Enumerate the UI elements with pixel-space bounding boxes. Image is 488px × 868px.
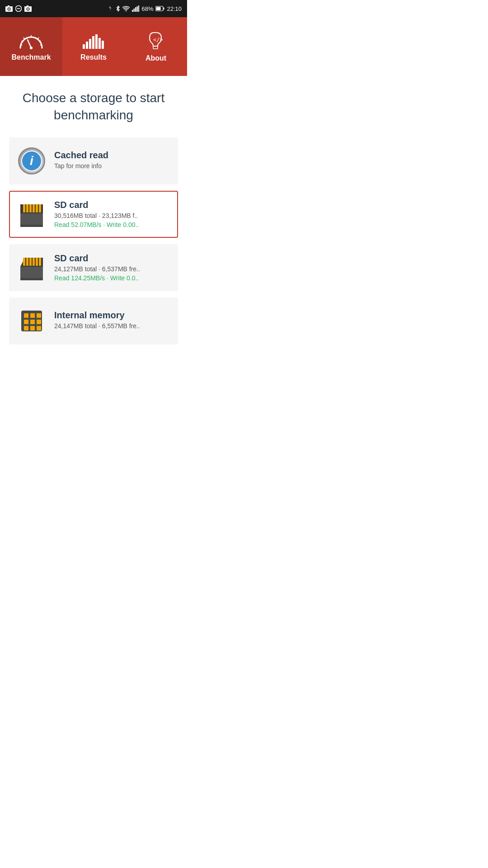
- svg-rect-41: [33, 204, 35, 212]
- internal-memory-icon-wrap: [17, 307, 46, 335]
- status-right-icons: 68% 22:10: [107, 5, 182, 12]
- storage-list: Cached read Tap for more info: [9, 137, 178, 344]
- svg-rect-27: [83, 44, 85, 49]
- svg-rect-40: [29, 204, 32, 212]
- svg-rect-17: [156, 7, 161, 10]
- svg-rect-38: [23, 204, 25, 212]
- svg-rect-32: [99, 38, 101, 49]
- status-left-icons: [5, 5, 32, 12]
- cached-read-card[interactable]: Cached read Tap for more info: [9, 137, 178, 184]
- svg-rect-57: [37, 313, 41, 318]
- sd-card-2-icon-wrap: [17, 253, 46, 282]
- sd-card-1-icon-wrap: [17, 200, 46, 229]
- svg-line-21: [20, 45, 22, 45]
- svg-point-26: [30, 47, 33, 49]
- tab-about-label: About: [145, 54, 166, 62]
- results-icon: [81, 32, 106, 50]
- benchmark-icon: [19, 32, 44, 50]
- info-icon: [18, 147, 45, 175]
- cached-read-icon-wrap: [17, 146, 46, 175]
- tab-results-label: Results: [80, 53, 107, 61]
- nav-bar: Benchmark Results </> About: [0, 17, 187, 76]
- tab-results[interactable]: Results: [62, 17, 125, 76]
- sd-card-2-icon: [19, 253, 45, 282]
- svg-rect-60: [37, 320, 41, 324]
- page-title: Choose a storage to start benchmarking: [9, 90, 178, 124]
- tab-benchmark-label: Benchmark: [11, 53, 51, 61]
- svg-rect-59: [30, 320, 35, 324]
- cached-read-subtitle: Tap for more info: [54, 162, 170, 170]
- sd-card-1-name: SD card: [54, 200, 170, 210]
- signal-icon: [132, 5, 139, 12]
- svg-rect-55: [24, 313, 28, 318]
- about-icon: </>: [145, 31, 167, 51]
- svg-rect-46: [23, 258, 25, 266]
- main-content: Choose a storage to start benchmarking C…: [0, 76, 187, 354]
- sd-card-2-card[interactable]: SD card 24,127MB total · 6,537MB fre.. R…: [9, 244, 178, 291]
- svg-rect-14: [138, 5, 139, 12]
- cached-read-name: Cached read: [54, 150, 170, 160]
- photo2-icon: [24, 5, 32, 12]
- svg-rect-3: [8, 5, 9, 7]
- svg-text:</>: </>: [153, 37, 163, 43]
- svg-rect-49: [33, 258, 35, 266]
- tab-benchmark[interactable]: Benchmark: [0, 17, 62, 76]
- svg-rect-9: [27, 5, 28, 7]
- sd-card-1-icon: [19, 200, 45, 229]
- sd-card-1-card[interactable]: SD card 30,516MB total · 23,123MB f.. Re…: [9, 191, 178, 238]
- svg-point-8: [27, 8, 29, 10]
- svg-line-20: [38, 38, 39, 39]
- sd-card-2-name: SD card: [54, 253, 170, 264]
- status-bar: 68% 22:10: [0, 0, 187, 17]
- svg-rect-16: [164, 8, 164, 10]
- internal-memory-card[interactable]: Internal memory 24,147MB total · 6,557MB…: [9, 297, 178, 344]
- tab-about[interactable]: </> About: [125, 17, 187, 76]
- svg-rect-11: [134, 9, 135, 12]
- svg-point-2: [8, 8, 10, 10]
- svg-rect-29: [89, 39, 91, 49]
- dnd-icon: [15, 5, 22, 12]
- svg-rect-51: [39, 258, 41, 266]
- svg-line-22: [40, 45, 42, 45]
- wifi-icon: [122, 5, 130, 12]
- sd-card-1-info: SD card 30,516MB total · 23,123MB f.. Re…: [54, 200, 170, 228]
- internal-memory-name: Internal memory: [54, 310, 170, 321]
- svg-rect-10: [132, 10, 133, 12]
- svg-line-19: [23, 38, 25, 39]
- cached-read-info: Cached read Tap for more info: [54, 150, 170, 171]
- svg-rect-12: [135, 7, 136, 12]
- svg-rect-61: [24, 326, 28, 330]
- sd-card-2-speed: Read 124.25MB/s · Write 0.0..: [54, 274, 170, 282]
- svg-rect-5: [17, 8, 20, 9]
- internal-memory-info: Internal memory 24,147MB total · 6,557MB…: [54, 310, 170, 331]
- svg-rect-13: [137, 6, 138, 12]
- svg-rect-58: [24, 320, 28, 324]
- bluetooth-icon: [116, 5, 120, 12]
- svg-rect-31: [95, 34, 98, 49]
- internal-memory-icon: [19, 308, 45, 334]
- sd-card-2-size: 24,127MB total · 6,537MB fre..: [54, 265, 170, 273]
- photo-icon: [5, 5, 13, 12]
- svg-rect-43: [39, 204, 41, 212]
- svg-rect-47: [26, 258, 28, 266]
- svg-rect-50: [36, 258, 38, 266]
- svg-rect-63: [37, 326, 41, 330]
- battery-percent: 68%: [141, 5, 153, 12]
- svg-rect-45: [20, 225, 43, 227]
- svg-rect-62: [30, 326, 35, 330]
- svg-rect-30: [92, 36, 94, 49]
- charge-icon: [107, 5, 113, 12]
- svg-rect-48: [29, 258, 32, 266]
- svg-rect-33: [102, 41, 104, 49]
- svg-rect-42: [36, 204, 38, 212]
- internal-memory-size: 24,147MB total · 6,557MB fre..: [54, 322, 170, 330]
- status-time: 22:10: [167, 5, 182, 12]
- svg-rect-53: [20, 278, 43, 280]
- sd-card-1-speed: Read 52.07MB/s · Write 0.00..: [54, 221, 170, 228]
- sd-card-2-info: SD card 24,127MB total · 6,537MB fre.. R…: [54, 253, 170, 282]
- sd-card-1-size: 30,516MB total · 23,123MB f..: [54, 212, 170, 219]
- svg-rect-28: [86, 42, 88, 49]
- battery-icon: [155, 6, 164, 11]
- svg-rect-39: [26, 204, 28, 212]
- svg-rect-56: [30, 313, 35, 318]
